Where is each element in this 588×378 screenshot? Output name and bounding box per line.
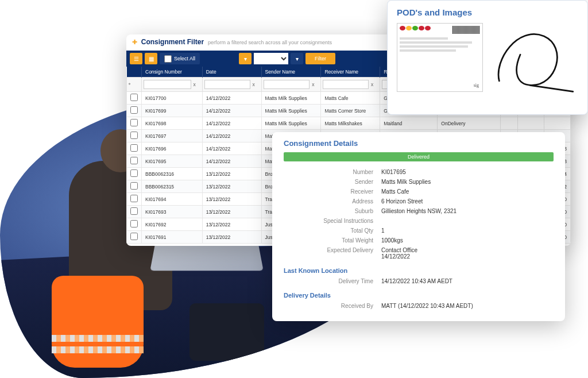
sender-value: Matts Milk Supplies — [381, 179, 431, 185]
cell-date: 13/12/2022 — [202, 180, 261, 193]
toolbar-dropdown-btn[interactable]: ▾ — [239, 53, 252, 64]
cell-consign: KI017694 — [142, 193, 203, 206]
number-value: KI017695 — [381, 169, 406, 175]
row-checkbox[interactable] — [130, 132, 138, 139]
cell-consign: KI017696 — [142, 142, 203, 155]
cell-consign: KI017697 — [142, 130, 203, 142]
cell-date: 14/12/2022 — [202, 117, 261, 130]
toolbar-btn-1[interactable]: ☰ — [130, 53, 142, 64]
signature-image — [489, 23, 578, 97]
row-checkbox[interactable] — [130, 233, 138, 240]
weight-value: 1000kgs — [381, 237, 403, 244]
filter-sender[interactable] — [264, 80, 310, 89]
cell-consign: KI017693 — [142, 206, 203, 218]
doc-lines — [400, 37, 480, 52]
clear-icon[interactable]: x — [310, 82, 316, 87]
row-checkbox[interactable] — [130, 119, 138, 126]
cell-receiver: Matts Corner Store — [321, 105, 380, 117]
filter-date[interactable] — [204, 80, 250, 89]
filter-subtitle: perform a filtered search across all you… — [208, 40, 332, 45]
filter-button[interactable]: Filter — [305, 53, 335, 64]
address-label: Address — [284, 198, 381, 205]
receiver-label: Receiver — [284, 188, 381, 195]
select-all-toggle[interactable]: Select All — [160, 53, 200, 64]
filter-row-checkbox[interactable] — [129, 79, 130, 88]
bag — [189, 303, 264, 361]
row-checkbox[interactable] — [130, 94, 138, 101]
row-checkbox[interactable] — [130, 182, 138, 190]
cell-date: 14/12/2022 — [202, 92, 261, 105]
received-by-value: MATT (14/12/2022 10:43 AM AEDT) — [381, 303, 473, 309]
suburb-label: Suburb — [284, 208, 381, 214]
cell-n1 — [501, 117, 518, 130]
cell-consign: KI017700 — [142, 92, 203, 105]
cell-status: OnDelivery — [438, 117, 501, 130]
filter-consign[interactable] — [144, 80, 191, 89]
cell-sender: Matts Milk Supplies — [261, 117, 321, 130]
clear-icon[interactable]: x — [191, 82, 198, 87]
produce-icons — [400, 26, 431, 34]
cell-date: 13/12/2022 — [202, 193, 261, 206]
received-by-label: Received By — [284, 303, 381, 309]
address-value: 6 Horizon Street — [381, 198, 423, 205]
filter-receiver[interactable] — [323, 80, 369, 89]
cell-date: 14/12/2022 — [202, 142, 261, 155]
qty-value: 1 — [381, 227, 385, 234]
pod-title: POD's and Images — [397, 7, 578, 17]
cell-date: 13/12/2022 — [202, 218, 261, 231]
select-all-checkbox[interactable] — [164, 55, 172, 63]
pod-document-thumbnail[interactable]: sig — [397, 23, 483, 92]
cell-consign: KI017695 — [142, 155, 203, 168]
doc-signature: sig — [474, 83, 479, 88]
cell-date: 14/12/2022 — [202, 105, 261, 117]
toolbar-dropdown-btn-2[interactable]: ▾ — [291, 53, 303, 64]
cell-consign: KI017692 — [142, 218, 203, 231]
col-sender[interactable]: Sender Name — [261, 67, 321, 78]
col-consign[interactable]: Consign Number — [142, 67, 203, 78]
cell-date: 14/12/2022 — [202, 155, 261, 168]
last-known-title: Last Known Location — [284, 267, 554, 274]
cell-receiver: Matts Milkshakes — [321, 117, 380, 130]
row-checkbox[interactable] — [130, 106, 138, 114]
weight-label: Total Weight — [284, 237, 381, 244]
row-checkbox[interactable] — [130, 220, 138, 227]
clear-icon[interactable]: x — [250, 82, 257, 87]
expected-label: Expected Delivery — [284, 247, 381, 260]
safety-vest — [52, 276, 144, 368]
cell-sender: Matts Milk Supplies — [261, 92, 321, 105]
row-checkbox[interactable] — [130, 144, 138, 152]
qty-label: Total Qty — [284, 227, 381, 234]
delivery-time-value: 14/12/2022 10:43 AM AEDT — [381, 278, 452, 284]
barcode-icon — [452, 26, 480, 34]
cell-date: 14/12/2022 — [202, 130, 261, 142]
suburb-value: Gillieston Heights NSW, 2321 — [381, 208, 457, 214]
number-label: Number — [284, 169, 381, 175]
row-checkbox[interactable] — [130, 157, 138, 164]
sender-label: Sender — [284, 179, 381, 185]
clear-icon[interactable]: x — [369, 82, 376, 87]
cell-date: 13/12/2022 — [202, 206, 261, 218]
table-row[interactable]: KI01769814/12/2022Matts Milk SuppliesMat… — [127, 117, 571, 130]
delivery-time-label: Delivery Time — [284, 278, 381, 284]
toolbar-btn-2[interactable]: ▦ — [145, 53, 157, 64]
row-checkbox[interactable] — [130, 195, 138, 202]
cell-date: 13/12/2022 — [202, 231, 261, 244]
filter-dropdown[interactable] — [254, 53, 288, 64]
delivery-details-title: Delivery Details — [284, 292, 554, 299]
details-title: Consignment Details — [284, 139, 554, 148]
pod-panel: POD's and Images sig — [387, 0, 588, 115]
col-date[interactable]: Date — [202, 67, 261, 78]
col-receiver[interactable]: Receiver Name — [321, 67, 380, 78]
plus-icon[interactable]: ✚ — [132, 38, 137, 45]
cell-consign: BBB0062315 — [142, 180, 203, 193]
consignment-details-panel: Consignment Details Delivered NumberKI01… — [272, 132, 565, 321]
select-all-label: Select All — [174, 56, 195, 61]
receiver-value: Matts Cafe — [381, 188, 409, 195]
cell-sender: Matts Milk Supplies — [261, 105, 321, 117]
cell-consign: KI017699 — [142, 105, 203, 117]
cell-consign: KI017698 — [142, 117, 203, 130]
cell-date: 13/12/2022 — [202, 168, 261, 180]
cell-consign: BBB0062316 — [142, 168, 203, 180]
row-checkbox[interactable] — [130, 207, 138, 215]
row-checkbox[interactable] — [130, 169, 138, 177]
